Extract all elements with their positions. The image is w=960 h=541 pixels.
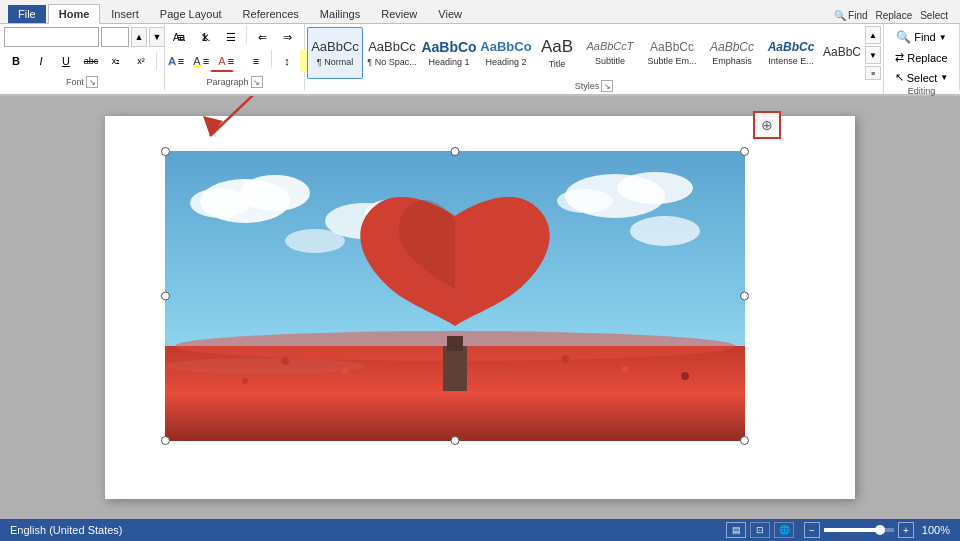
handle-tc[interactable]: [451, 147, 460, 156]
style-subtitle[interactable]: AaBbCcT Subtitle: [580, 27, 640, 79]
select-link[interactable]: Select: [916, 8, 952, 23]
find-btn[interactable]: 🔍 Find ▼: [893, 28, 949, 46]
svg-point-13: [165, 358, 365, 374]
handle-tr[interactable]: [740, 147, 749, 156]
zoom-controls: − + 100%: [804, 522, 950, 538]
svg-point-8: [557, 189, 613, 213]
style-heading2[interactable]: AaBbCo Heading 2: [478, 27, 534, 79]
handle-br[interactable]: [740, 436, 749, 445]
select-btn[interactable]: ↖ Select ▼: [892, 69, 952, 86]
heart-tree-image: [165, 151, 745, 441]
style-normal[interactable]: AaBbCc ¶ Normal: [307, 27, 363, 79]
svg-point-2: [240, 175, 310, 211]
styles-launcher-btn[interactable]: ↘: [601, 80, 613, 92]
multilevel-btn[interactable]: ☰: [219, 26, 243, 48]
paragraph-group: ≡ 1. ☰ ⇐ ⇒ ↕A ¶ ≡ ≡ ≡ ≡ ↕ A ▦: [165, 24, 305, 90]
svg-point-19: [622, 366, 628, 372]
replace-btn[interactable]: ⇄ Replace: [892, 49, 950, 66]
handle-bc[interactable]: [451, 436, 460, 445]
tab-references[interactable]: References: [233, 5, 309, 23]
svg-point-7: [617, 172, 693, 204]
layout-icon-symbol: ⊕: [761, 117, 773, 133]
svg-point-18: [561, 355, 569, 363]
increase-indent-btn[interactable]: ⇒: [275, 26, 299, 48]
subscript-button[interactable]: x₂: [104, 50, 128, 72]
decrease-indent-btn[interactable]: ⇐: [250, 26, 274, 48]
paragraph-group-label: Paragraph: [206, 77, 248, 87]
style-emphasis[interactable]: AaBbCc Emphasis: [704, 27, 760, 79]
svg-marker-23: [203, 116, 223, 136]
align-right-btn[interactable]: ≡: [219, 50, 243, 72]
svg-point-20: [242, 378, 248, 384]
view-buttons: ▤ ⊡ 🌐: [726, 522, 794, 538]
styles-scroll-up-btn[interactable]: ▲: [865, 26, 881, 44]
editing-group: 🔍 Find ▼ ⇄ Replace ↖ Select ▼ Editing: [884, 24, 960, 90]
handle-bl[interactable]: [161, 436, 170, 445]
style-intense-e[interactable]: AaBbCc Intense E...: [761, 27, 821, 79]
style-partial[interactable]: AaBbC: [822, 27, 862, 79]
font-group-label: Font: [66, 77, 84, 87]
align-center-btn[interactable]: ≡: [194, 50, 218, 72]
find-link[interactable]: 🔍 Find: [830, 8, 871, 23]
image-container[interactable]: ⊕: [165, 151, 745, 441]
underline-button[interactable]: U: [54, 50, 78, 72]
find-icon: 🔍: [834, 10, 846, 21]
font-group: Times New Ro 14 ▲ ▼ Aa ✕ B I U abc x₂ x²…: [0, 24, 165, 90]
zoom-out-btn[interactable]: −: [804, 522, 820, 538]
bullets-btn[interactable]: ≡: [169, 26, 193, 48]
handle-mr[interactable]: [740, 292, 749, 301]
style-no-space[interactable]: AaBbCc ¶ No Spac...: [364, 27, 420, 79]
styles-more-btn[interactable]: ≡: [865, 66, 881, 80]
font-size-decrease-btn[interactable]: ▼: [149, 27, 165, 47]
full-screen-btn[interactable]: ⊡: [750, 522, 770, 538]
strikethrough-button[interactable]: abc: [79, 50, 103, 72]
zoom-in-btn[interactable]: +: [898, 522, 914, 538]
handle-ml[interactable]: [161, 292, 170, 301]
font-size-increase-btn[interactable]: ▲: [131, 27, 147, 47]
style-subtle-em[interactable]: AaBbCc Subtle Em...: [641, 27, 703, 79]
style-heading1[interactable]: AaBbCo Heading 1: [421, 27, 477, 79]
styles-group: AaBbCc ¶ Normal AaBbCc ¶ No Spac... AaBb…: [305, 24, 884, 94]
font-name-input[interactable]: Times New Ro: [4, 27, 99, 47]
replace-link[interactable]: Replace: [872, 8, 917, 23]
svg-line-22: [210, 96, 310, 136]
justify-btn[interactable]: ≡: [244, 50, 268, 72]
sep3: [271, 50, 272, 68]
superscript-button[interactable]: x²: [129, 50, 153, 72]
svg-point-17: [342, 368, 348, 374]
editing-group-label: Editing: [908, 86, 936, 96]
align-left-btn[interactable]: ≡: [169, 50, 193, 72]
tab-insert[interactable]: Insert: [101, 5, 149, 23]
svg-rect-15: [447, 336, 463, 351]
numbering-btn[interactable]: 1.: [194, 26, 218, 48]
svg-point-10: [285, 229, 345, 253]
tab-review[interactable]: Review: [371, 5, 427, 23]
status-bar: English (United States) ▤ ⊡ 🌐 − + 100%: [0, 519, 960, 541]
sep2: [246, 26, 247, 44]
page: ⊕: [105, 116, 855, 499]
italic-button[interactable]: I: [29, 50, 53, 72]
handle-tl[interactable]: [161, 147, 170, 156]
sep1: [156, 52, 157, 70]
tab-mailings[interactable]: Mailings: [310, 5, 370, 23]
font-launcher-btn[interactable]: ↘: [86, 76, 98, 88]
tab-view[interactable]: View: [428, 5, 472, 23]
web-layout-btn[interactable]: 🌐: [774, 522, 794, 538]
tab-file[interactable]: File: [8, 5, 46, 23]
print-layout-btn[interactable]: ▤: [726, 522, 746, 538]
style-title[interactable]: AaB Title: [535, 27, 579, 79]
line-spacing-btn[interactable]: ↕: [275, 50, 299, 72]
styles-scroll-down-btn[interactable]: ▼: [865, 46, 881, 64]
tab-home[interactable]: Home: [48, 4, 101, 24]
layout-options-icon[interactable]: ⊕: [753, 111, 781, 139]
svg-rect-14: [443, 346, 467, 391]
tab-page-layout[interactable]: Page Layout: [150, 5, 232, 23]
bold-button[interactable]: B: [4, 50, 28, 72]
svg-point-16: [281, 357, 289, 365]
find-icon2: 🔍: [896, 30, 911, 44]
zoom-bar[interactable]: [824, 528, 894, 532]
document-area: ⊕: [0, 96, 960, 519]
replace-icon: ⇄: [895, 51, 904, 64]
font-size-input[interactable]: 14: [101, 27, 129, 47]
paragraph-launcher-btn[interactable]: ↘: [251, 76, 263, 88]
